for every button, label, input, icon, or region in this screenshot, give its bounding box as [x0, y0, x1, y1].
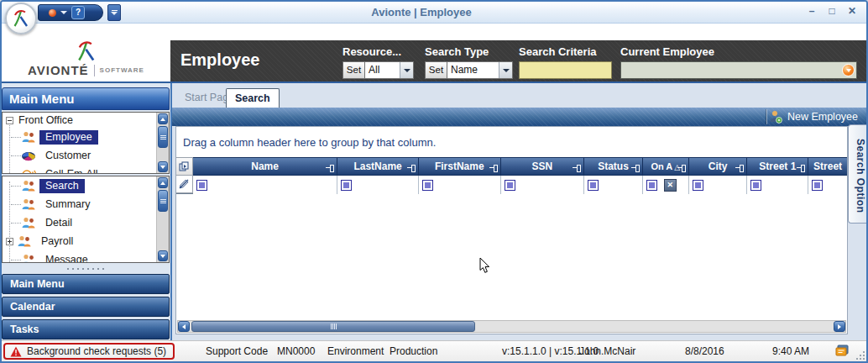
tree-node-label[interactable]: Customer: [39, 149, 97, 163]
tree-node-label[interactable]: Payroll: [35, 234, 79, 249]
tree-node-search[interactable]: Search: [3, 176, 155, 195]
filter-condition-icon[interactable]: [422, 180, 433, 191]
close-button[interactable]: ✕: [846, 5, 858, 17]
column-header-street1[interactable]: Street 1: [747, 157, 808, 176]
tree-node-label[interactable]: Detail: [39, 216, 78, 230]
scroll-right-icon[interactable]: [834, 321, 845, 332]
sidebar-item-main-menu[interactable]: Main Menu: [2, 274, 170, 294]
main-menu-header[interactable]: Main Menu: [2, 87, 170, 110]
maximize-button[interactable]: □: [826, 5, 838, 17]
resource-dropdown[interactable]: All: [365, 61, 414, 79]
dropdown-arrow-icon[interactable]: [499, 62, 512, 78]
tree-node-front-office[interactable]: Front Office: [3, 113, 155, 128]
pin-icon[interactable]: [489, 164, 498, 171]
panel-splitter[interactable]: [2, 265, 170, 272]
filter-condition-icon[interactable]: [341, 180, 352, 191]
messages-icon[interactable]: [835, 345, 850, 357]
filter-condition-icon[interactable]: [646, 180, 657, 191]
sidebar-item-calendar[interactable]: Calendar: [2, 297, 170, 317]
search-option-tab[interactable]: Search Option: [848, 124, 866, 224]
pin-icon[interactable]: [677, 164, 686, 171]
tree-node-label[interactable]: Employee: [39, 130, 98, 145]
help-button[interactable]: ?: [71, 6, 85, 19]
resize-grip[interactable]: [856, 351, 865, 360]
scroll-down-icon[interactable]: [158, 161, 168, 172]
column-header-lastname[interactable]: LastName: [337, 157, 419, 176]
tab-search[interactable]: Search: [226, 88, 280, 108]
current-employee-field[interactable]: [620, 61, 857, 79]
tree-scrollbar[interactable]: [156, 176, 169, 262]
scroll-up-icon[interactable]: [158, 113, 168, 124]
column-label: LastName: [353, 160, 401, 172]
scrollbar-thumb[interactable]: [158, 126, 168, 148]
pin-icon[interactable]: [797, 164, 805, 171]
search-type-dropdown[interactable]: Name: [447, 61, 513, 79]
filter-cell-firstname[interactable]: [419, 176, 501, 194]
background-check-alert[interactable]: Background check requests (5): [3, 343, 175, 360]
tree-node-payroll[interactable]: Payroll: [3, 232, 155, 250]
quick-launch-icon[interactable]: [49, 9, 56, 17]
search-type-set-button[interactable]: Set: [425, 61, 447, 79]
pin-icon[interactable]: [326, 164, 334, 171]
tree-node-summary[interactable]: Summary: [3, 195, 155, 213]
app-menu-button[interactable]: [5, 3, 37, 34]
chevron-down-icon[interactable]: [60, 11, 67, 14]
column-header-on-assignment[interactable]: On A△: [643, 157, 689, 176]
tree-node-label[interactable]: Call-Em-All: [39, 167, 104, 175]
tree-node-customer[interactable]: Customer: [3, 146, 155, 165]
tree-node-label[interactable]: Search: [39, 179, 85, 193]
pin-icon[interactable]: [407, 164, 416, 171]
filter-cell-status[interactable]: [584, 176, 643, 194]
resource-value: All: [365, 62, 400, 78]
filter-cell-name[interactable]: [193, 176, 337, 194]
filter-condition-icon[interactable]: [505, 180, 515, 191]
scroll-down-icon[interactable]: [158, 250, 168, 261]
column-chooser-cell[interactable]: [176, 157, 193, 176]
tree-node-label[interactable]: Front Office: [17, 113, 79, 128]
column-header-street[interactable]: Street: [808, 157, 847, 176]
new-employee-button[interactable]: New Employee: [766, 108, 861, 125]
tree-node-employee[interactable]: Employee: [3, 128, 155, 146]
scroll-up-icon[interactable]: [158, 177, 168, 188]
minimize-button[interactable]: –: [806, 5, 818, 17]
tree-node-label[interactable]: Message: [39, 253, 94, 264]
column-header-status[interactable]: Status: [584, 157, 643, 176]
tree-node-detail[interactable]: Detail: [3, 213, 155, 232]
employee-go-icon[interactable]: [842, 64, 855, 76]
filter-condition-icon[interactable]: [812, 180, 823, 191]
pin-icon[interactable]: [631, 164, 640, 171]
filter-condition-icon[interactable]: [196, 180, 207, 191]
scrollbar-thumb[interactable]: [158, 190, 168, 212]
scrollbar-thumb[interactable]: [191, 321, 475, 332]
column-header-firstname[interactable]: FirstName: [419, 157, 501, 176]
filter-condition-icon[interactable]: [588, 180, 599, 191]
filter-cell-ssn[interactable]: [501, 176, 585, 194]
column-header-name[interactable]: Name: [193, 157, 337, 176]
column-header-ssn[interactable]: SSN: [501, 157, 585, 176]
support-code-label: Support Code: [206, 345, 268, 357]
tree-node-label[interactable]: Summary: [39, 197, 96, 212]
resource-set-button[interactable]: Set: [342, 61, 365, 79]
collapse-icon[interactable]: [6, 117, 13, 124]
tree-node-call-em-all[interactable]: ★ Call-Em-All: [3, 165, 155, 174]
dropdown-arrow-icon[interactable]: [400, 62, 413, 78]
pin-icon[interactable]: [735, 164, 744, 171]
scroll-left-icon[interactable]: [178, 321, 190, 332]
filter-cell-lastname[interactable]: [337, 176, 419, 194]
customize-toolbar-button[interactable]: [107, 4, 121, 21]
horizontal-scrollbar[interactable]: [177, 320, 846, 333]
tree-scrollbar[interactable]: [156, 113, 169, 173]
checkbox-x-icon[interactable]: ✕: [664, 179, 677, 192]
filter-cell-on-assignment[interactable]: ✕: [643, 176, 689, 194]
expand-icon[interactable]: [6, 238, 13, 245]
column-header-city[interactable]: City: [689, 157, 748, 176]
search-criteria-input[interactable]: [519, 61, 612, 79]
tree-node-message[interactable]: Message: [3, 250, 155, 263]
sidebar-item-tasks[interactable]: Tasks: [2, 319, 170, 339]
filter-cell-street1[interactable]: [747, 176, 808, 194]
filter-condition-icon[interactable]: [750, 180, 761, 191]
filter-cell-city[interactable]: [689, 176, 748, 194]
filter-condition-icon[interactable]: [693, 180, 703, 191]
filter-cell-street[interactable]: [808, 176, 847, 194]
pin-icon[interactable]: [573, 164, 581, 171]
